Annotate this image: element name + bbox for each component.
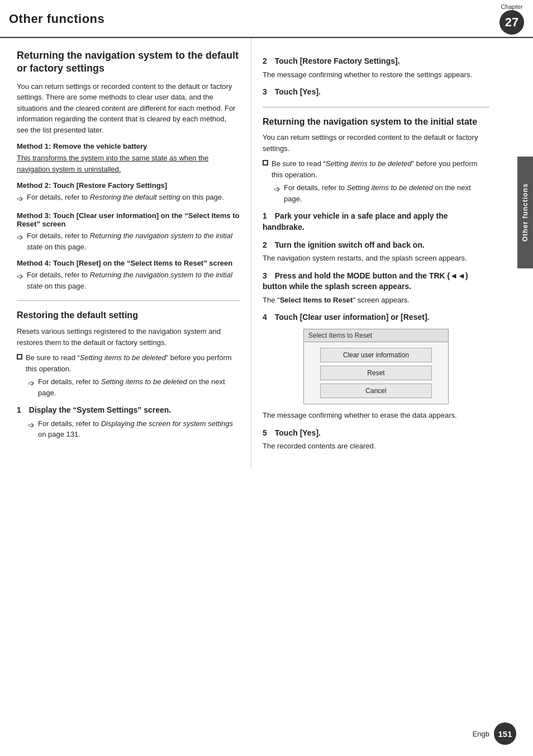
note2-bullet: Be sure to read “Setting items to be del… [263,158,489,180]
method1-underline: This transforms the system into the same… [17,154,208,173]
arrow-icon5: ➩ [28,419,36,431]
step-r3-heading: 3 Press and hold the MODE button and the… [263,271,489,292]
step1-sub-text: For details, refer to Displaying the scr… [38,418,240,440]
method2-bullet: ➩ For details, refer to Restoring the de… [17,192,240,205]
footer: Engb 151 [473,722,516,745]
reset-btn[interactable]: Reset [320,366,432,380]
arrow-icon2: ➩ [17,231,25,243]
arrow-icon: ➩ [17,193,25,205]
step-r4-heading: 4 Touch [Clear user information] or [Res… [263,312,489,323]
method2-text: For details, refer to Restoring the defa… [27,192,224,203]
arrow-icon3: ➩ [17,271,25,282]
section3-title: Returning the navigation system to the i… [263,116,489,128]
note2-sub-bullet: ➩ For details, refer to Setting items to… [274,182,489,204]
step-r3-text: The "Select Items to Reset" screen appea… [263,295,489,306]
divider1 [17,300,240,301]
section1-intro: You can return settings or recorded cont… [17,81,240,136]
screenshot-body: Clear user information Reset Cancel [304,342,448,404]
note1-bullet: Be sure to read “Setting items to be del… [17,352,240,374]
note2-sub-text: For details, refer to Setting items to b… [284,182,489,204]
method4-title: Method 4: Touch [Reset] on the “Select I… [17,259,240,267]
screenshot-box: Select Items to Reset Clear user informa… [303,329,449,404]
section1-title: Returning the navigation system to the d… [17,49,240,75]
section3-intro: You can return settings or recorded cont… [263,132,489,154]
step2-heading: 2 Touch [Restore Factory Settings]. [263,56,489,67]
square-icon2 [263,160,268,166]
step-r5-heading: 5 Touch [Yes]. [263,428,489,439]
step-r2-heading: 2 Turn the ignition switch off and back … [263,240,489,251]
section2-title: Restoring the default setting [17,310,240,322]
chapter-label: Chapter [501,3,522,10]
method3-bullet: ➩ For details, refer to Returning the na… [17,230,240,252]
note1-sub-bullet: ➩ For details, refer to Setting items to… [28,376,240,398]
section2-intro: Resets various settings registered to th… [17,326,240,348]
chapter-box: Chapter 27 [499,3,524,35]
method1-title: Method 1: Remove the vehicle battery [17,142,240,150]
method3-text: For details, refer to Returning the navi… [27,230,240,252]
method4-bullet: ➩ For details, refer to Returning the na… [17,270,240,291]
cancel-btn[interactable]: Cancel [320,384,432,398]
step1-heading: 1 Display the “System Settings” screen. [17,405,240,416]
note2-text: Be sure to read “Setting items to be del… [272,158,489,180]
method1-text: This transforms the system into the same… [17,153,240,174]
step-r2-text: The navigation system restarts, and the … [263,253,489,264]
left-column: Returning the navigation system to the d… [0,38,251,467]
screenshot-title: Select Items to Reset [304,329,448,342]
arrow-icon4: ➩ [28,377,36,389]
step-r1-heading: 1 Park your vehicle in a safe place and … [263,211,489,233]
method2-title: Method 2: Touch [Restore Factory Setting… [17,181,240,190]
sidebar-label: Other functions [517,157,533,268]
arrow-icon6: ➩ [274,183,282,195]
header: Other functions Chapter 27 [0,0,533,38]
method3-title: Method 3: Touch [Clear user information]… [17,211,240,228]
note1-text: Be sure to read “Setting items to be del… [26,352,240,374]
chapter-number: 27 [499,10,524,35]
step3-heading: 3 Touch [Yes]. [263,87,489,98]
content-area: Returning the navigation system to the d… [0,38,533,467]
square-icon [17,354,22,360]
page-title: Other functions [9,12,104,26]
footer-lang: Engb [473,730,489,738]
step2-text: The message confirming whether to restor… [263,69,489,81]
step-r5-text: The recorded contents are cleared. [263,441,489,452]
clear-user-info-btn[interactable]: Clear user information [320,348,432,362]
method4-text: For details, refer to Returning the navi… [27,270,240,291]
divider2 [263,107,489,107]
step1-sub-bullet: ➩ For details, refer to Displaying the s… [28,418,240,440]
footer-page: 151 [494,722,516,745]
step-r4-text: The message confirming whether to erase … [263,410,489,421]
note1-sub-text: For details, refer to Setting items to b… [38,376,240,398]
right-column: 2 Touch [Restore Factory Settings]. The … [251,38,517,467]
